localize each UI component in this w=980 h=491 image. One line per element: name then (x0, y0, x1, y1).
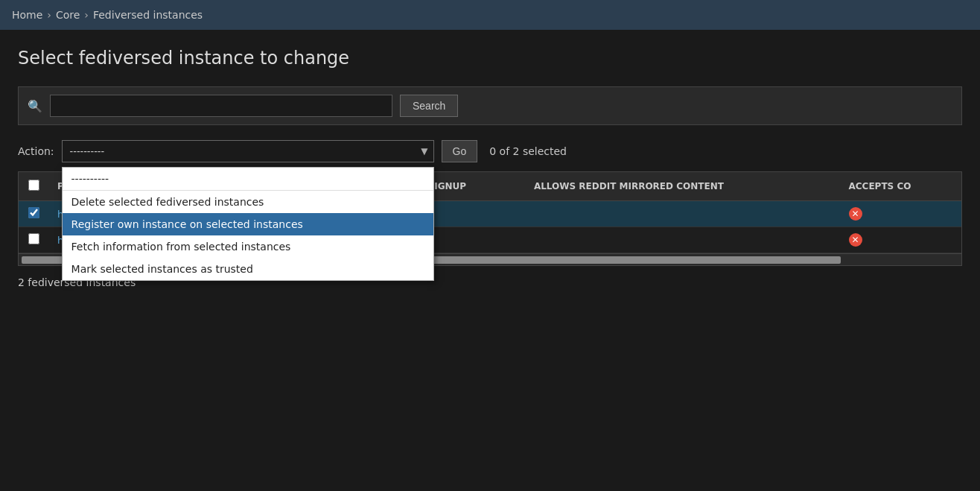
breadcrumb-home[interactable]: Home (12, 9, 42, 21)
breadcrumb-sep-2: › (84, 9, 89, 21)
row1-checkbox-cell (19, 201, 48, 227)
row2-accepts-co-cell: ✕ (840, 227, 962, 253)
breadcrumb-current: Fediversed instances (93, 9, 203, 21)
action-row: Action: ---------- Delete selected fediv… (18, 140, 962, 162)
action-select-wrap: ---------- Delete selected fediversed in… (62, 140, 434, 162)
dropdown-menu: ---------- Delete selected fediversed in… (62, 167, 434, 281)
main-content: Select fediversed instance to change 🔍 S… (0, 30, 980, 306)
row1-accepts-co-cell: ✕ (840, 201, 962, 227)
row2-allows-reddit-cell (525, 227, 840, 253)
dropdown-item-register[interactable]: Register own instance on selected instan… (63, 213, 433, 235)
breadcrumb-core[interactable]: Core (56, 9, 80, 21)
col-checkbox (19, 172, 48, 201)
select-all-checkbox[interactable] (28, 180, 39, 191)
go-button[interactable]: Go (442, 140, 478, 162)
col-accepts-co: ACCEPTS CO (840, 172, 962, 201)
row1-allows-reddit-cell (525, 201, 840, 227)
page-title: Select fediversed instance to change (18, 48, 962, 69)
row1-checkbox[interactable] (28, 207, 39, 218)
search-bar: 🔍 Search (18, 86, 962, 125)
search-button[interactable]: Search (400, 95, 458, 117)
row2-checkbox[interactable] (28, 233, 39, 244)
dropdown-item-delete[interactable]: Delete selected fediversed instances (63, 191, 433, 213)
search-input[interactable] (50, 95, 392, 117)
row2-checkbox-cell (19, 227, 48, 253)
col-allows-reddit: ALLOWS REDDIT MIRRORED CONTENT (525, 172, 840, 201)
dropdown-item-mark[interactable]: Mark selected instances as trusted (63, 258, 433, 280)
search-icon: 🔍 (28, 99, 42, 113)
row2-accepts-co-x-icon: ✕ (849, 233, 862, 247)
breadcrumb-sep-1: › (47, 9, 51, 21)
action-select[interactable]: ---------- Delete selected fediversed in… (62, 140, 434, 162)
row1-accepts-co-x-icon: ✕ (849, 207, 862, 221)
action-label: Action: (18, 145, 54, 157)
breadcrumb-bar: Home › Core › Fediversed instances (0, 0, 980, 30)
dropdown-separator[interactable]: ---------- (63, 168, 433, 191)
selected-count: 0 of 2 selected (489, 145, 567, 157)
dropdown-item-fetch[interactable]: Fetch information from selected instance… (63, 235, 433, 258)
